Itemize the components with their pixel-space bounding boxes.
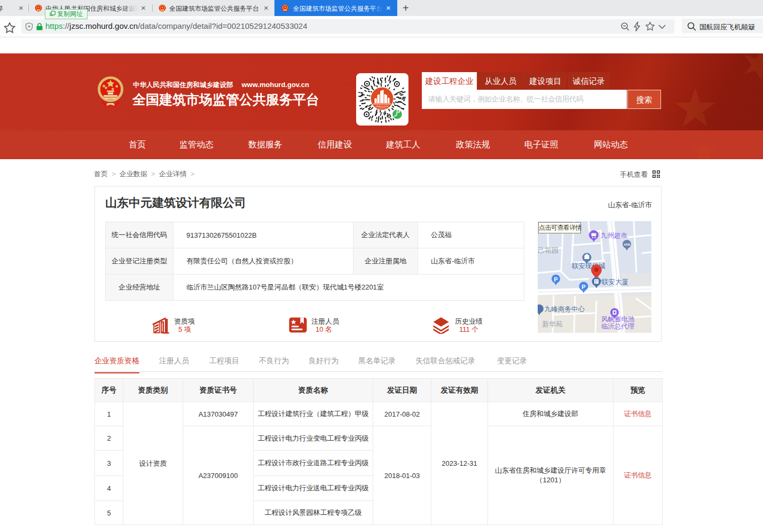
svg-text:九峰商务中心: 九峰商务中心	[545, 306, 585, 313]
svg-text:联安大厦: 联安大厦	[601, 278, 628, 286]
svg-text:ATM: ATM	[624, 243, 630, 246]
svg-text:P: P	[554, 276, 557, 283]
svg-text:临沂总代理: 临沂总代理	[601, 323, 635, 330]
svg-text:新华苑: 新华苑	[542, 320, 563, 328]
svg-text:风帆蓄电池: 风帆蓄电池	[601, 316, 635, 323]
svg-text:己花园: 己花园	[538, 246, 559, 254]
svg-text:P: P	[581, 284, 585, 290]
svg-text:九州超市: 九州超市	[601, 232, 627, 239]
svg-text:全国建筑市场监管: 全国建筑市场监管	[375, 105, 389, 107]
svg-text:公共服务平台: 公共服务平台	[377, 107, 386, 109]
